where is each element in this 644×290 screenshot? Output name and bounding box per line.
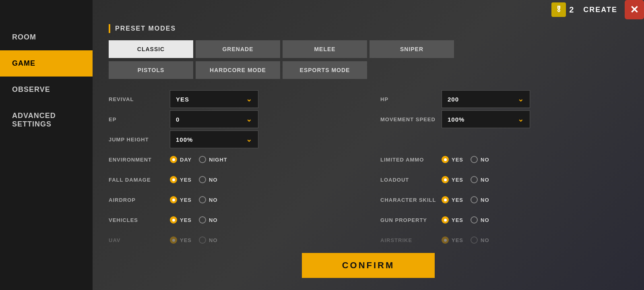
settings-col-left: REVIVAL YES ⌄ EP 0 ⌄ JUMP HEIGHT [109,90,356,246]
revival-dropdown-arrow: ⌄ [246,95,252,104]
airdrop-no-radio[interactable] [199,196,206,203]
airdrop-yes-label: YES [180,197,192,203]
fall-damage-row: FALL DAMAGE YES NO [109,171,356,188]
preset-btn-grenade[interactable]: GRENADE [196,40,280,58]
gun-property-no-radio[interactable] [471,216,478,224]
airstrike-no-radio[interactable] [471,236,478,244]
preset-btn-melee[interactable]: MELEE [283,40,367,58]
fall-damage-yes-radio[interactable] [170,176,177,183]
gun-property-row: GUN PROPERTY YES NO [380,211,628,229]
gun-property-radio-group: YES NO [442,216,489,224]
character-skill-yes-option[interactable]: YES [442,196,463,203]
airdrop-yes-radio[interactable] [170,196,177,203]
fall-damage-yes-option[interactable]: YES [170,176,192,183]
settings-col-right: HP 200 ⌄ MOVEMENT SPEED 100% ⌄ [380,90,628,246]
airstrike-yes-label: YES [452,237,463,243]
uav-yes-option[interactable]: YES [170,236,192,244]
vehicles-yes-option[interactable]: YES [170,216,192,224]
airdrop-label: AIRDROP [109,197,165,203]
uav-no-radio[interactable] [199,236,206,244]
fall-damage-no-radio[interactable] [199,176,206,183]
preset-btn-sniper[interactable]: SNIPER [369,40,454,58]
limited-ammo-yes-label: YES [452,157,463,163]
airdrop-no-option[interactable]: NO [199,196,218,203]
limited-ammo-row: LIMITED AMMO YES NO [380,151,628,168]
uav-no-option[interactable]: NO [199,236,218,244]
spacer-right [380,130,628,148]
jump-height-row: JUMP HEIGHT 100% ⌄ [109,130,356,148]
limited-ammo-yes-radio[interactable] [442,156,449,163]
preset-btn-classic[interactable]: CLASSIC [109,40,193,58]
sidebar-item-room[interactable]: ROOM [0,24,93,50]
airstrike-yes-option[interactable]: YES [442,236,463,244]
revival-dropdown[interactable]: YES ⌄ [170,90,258,108]
revival-label: REVIVAL [109,96,165,102]
character-skill-no-option[interactable]: NO [471,196,489,203]
hp-row: HP 200 ⌄ [380,90,628,108]
movement-speed-dropdown-arrow: ⌄ [518,115,524,124]
uav-no-label: NO [209,237,218,243]
ep-dropdown[interactable]: 0 ⌄ [170,110,258,128]
movement-speed-dropdown[interactable]: 100% ⌄ [442,110,530,128]
sidebar-item-advanced-settings[interactable]: ADVANCED SETTINGS [0,103,93,137]
title-accent-bar [109,24,110,33]
settings-area: REVIVAL YES ⌄ EP 0 ⌄ JUMP HEIGHT [109,90,628,246]
limited-ammo-label: LIMITED AMMO [380,157,437,163]
main-layout: ROOM GAME OBSERVE ADVANCED SETTINGS 🎖 2 … [0,0,644,290]
fall-damage-no-label: NO [209,177,218,183]
limited-ammo-no-radio[interactable] [471,156,478,163]
uav-yes-radio[interactable] [170,236,177,244]
preset-btn-esports[interactable]: ESPORTS MODE [283,61,367,79]
loadout-radio-group: YES NO [442,176,489,183]
movement-speed-label: MOVEMENT SPEED [380,116,437,122]
vehicles-radio-group: YES NO [170,216,218,224]
confirm-button[interactable]: CONFIRM [302,253,435,278]
sidebar-item-game[interactable]: GAME [0,50,93,77]
limited-ammo-no-label: NO [481,157,489,163]
gun-property-no-option[interactable]: NO [471,216,489,224]
limited-ammo-no-option[interactable]: NO [471,156,489,163]
environment-night-radio[interactable] [199,156,206,163]
limited-ammo-yes-option[interactable]: YES [442,156,463,163]
gun-property-label: GUN PROPERTY [380,217,437,223]
loadout-yes-label: YES [452,177,463,183]
fall-damage-no-option[interactable]: NO [199,176,218,183]
preset-modes-row1: CLASSIC GRENADE MELEE SNIPER [109,40,628,58]
jump-height-dropdown[interactable]: 100% ⌄ [170,130,258,148]
vehicles-no-option[interactable]: NO [199,216,218,224]
create-button[interactable]: CREATE [579,6,621,14]
vehicles-label: VEHICLES [109,217,165,223]
loadout-no-label: NO [481,177,489,183]
fall-damage-yes-label: YES [180,177,192,183]
environment-day-radio[interactable] [170,156,177,163]
environment-night-option[interactable]: NIGHT [199,156,227,163]
environment-day-option[interactable]: DAY [170,156,192,163]
movement-speed-value: 100% [448,116,464,123]
gun-property-yes-option[interactable]: YES [442,216,463,224]
loadout-no-option[interactable]: NO [471,176,489,183]
loadout-yes-option[interactable]: YES [442,176,463,183]
vehicles-no-radio[interactable] [199,216,206,224]
loadout-row: LOADOUT YES NO [380,171,628,188]
environment-night-label: NIGHT [209,157,227,163]
character-skill-no-radio[interactable] [471,196,478,203]
airstrike-no-option[interactable]: NO [471,236,489,244]
preset-btn-hardcore[interactable]: HARDCORE MODE [196,61,280,79]
gun-property-yes-radio[interactable] [442,216,449,224]
preset-btn-pistols[interactable]: PISTOLS [109,61,193,79]
jump-height-label: JUMP HEIGHT [109,137,165,143]
loadout-yes-radio[interactable] [442,176,449,183]
airdrop-yes-option[interactable]: YES [170,196,192,203]
airstrike-no-label: NO [481,237,489,243]
vehicles-yes-radio[interactable] [170,216,177,224]
gun-property-yes-label: YES [452,217,463,223]
close-button[interactable]: ✕ [625,0,644,19]
vehicles-no-label: NO [209,217,218,223]
loadout-label: LOADOUT [380,177,437,183]
airstrike-yes-radio[interactable] [442,236,449,244]
loadout-no-radio[interactable] [471,176,478,183]
character-skill-yes-radio[interactable] [442,196,449,203]
hp-dropdown[interactable]: 200 ⌄ [442,90,530,108]
ep-dropdown-arrow: ⌄ [246,115,252,124]
sidebar-item-observe[interactable]: OBSERVE [0,77,93,103]
